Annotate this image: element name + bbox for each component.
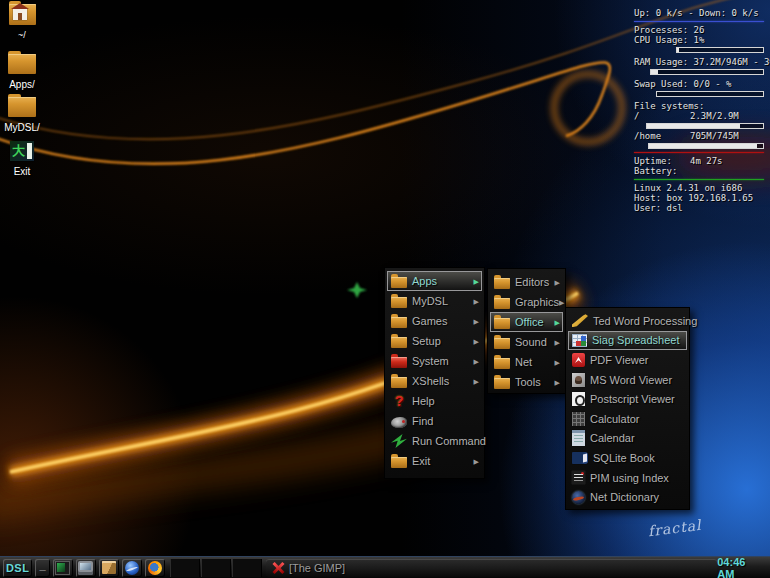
- task-button-gimp[interactable]: [The GIMP]: [266, 559, 717, 577]
- monitor-value: 2.3M/2.9M: [690, 111, 739, 121]
- launcher-monitor[interactable]: [76, 559, 96, 577]
- menu-item-tools[interactable]: Tools: [490, 372, 563, 392]
- submenu-arrow-icon: [474, 338, 479, 345]
- menu-item-ms-word-viewer[interactable]: MS Word Viewer: [568, 370, 687, 390]
- menu-item-run-command[interactable]: Run Command: [387, 431, 482, 451]
- dictionary-icon: [572, 491, 585, 504]
- desktop-icon-mydsl[interactable]: MyDSL/: [0, 97, 48, 133]
- menu-item-sound[interactable]: Sound: [490, 332, 563, 352]
- msword-icon: [572, 373, 585, 387]
- monitor-rule: [634, 179, 764, 180]
- root-menu: AppsMyDSLGamesSetupSystemXShellsHelpFind…: [384, 267, 485, 479]
- bar-fill: [651, 70, 658, 74]
- launcher-firefox[interactable]: [145, 559, 165, 577]
- menu-item-system[interactable]: System: [387, 351, 482, 371]
- menu-item-calendar[interactable]: Calendar: [568, 429, 687, 449]
- menu-item-net-dictionary[interactable]: Net Dictionary: [568, 487, 687, 507]
- terminal-icon: [55, 561, 70, 575]
- submenu-arrow-icon: [555, 319, 560, 326]
- menu-item-label: Setup: [412, 335, 441, 347]
- folder-icon: [494, 278, 510, 289]
- monitor-icon: [78, 561, 93, 575]
- clock: 04:46 AM: [717, 556, 770, 578]
- globe-blue-icon: [125, 561, 139, 575]
- menu-item-label: Games: [412, 315, 447, 327]
- menu-item-graphics[interactable]: Graphics: [490, 292, 563, 312]
- folder-icon: [494, 318, 510, 329]
- folder-icon: [494, 338, 510, 349]
- menu-item-label: Calculator: [590, 413, 640, 425]
- show-desktop-button[interactable]: _: [35, 559, 50, 577]
- submenu-arrow-icon: [559, 299, 564, 306]
- folder-icon: [8, 54, 36, 74]
- pdf-icon: [572, 353, 585, 367]
- menu-item-label: Net: [515, 356, 532, 368]
- menu-item-office[interactable]: Office: [490, 312, 563, 332]
- menu-item-find[interactable]: Find: [387, 411, 482, 431]
- house-icon: [13, 9, 27, 20]
- menu-item-label: Graphics: [515, 296, 559, 308]
- screen: fractal ~/ Apps/ MyDSL/ Exit Up: 0 k/s -…: [0, 0, 770, 578]
- root-fs-bar: [646, 123, 764, 129]
- menu-item-siag-spreadsheet[interactable]: Siag Spreadsheet: [568, 331, 687, 351]
- siag-icon: [572, 334, 587, 347]
- menu-item-xshells[interactable]: XShells: [387, 371, 482, 391]
- submenu-arrow-icon: [555, 359, 560, 366]
- desktop-icon-label: Apps/: [0, 79, 48, 90]
- menu-item-label: MS Word Viewer: [590, 374, 672, 386]
- menu-item-postscript-viewer[interactable]: Postscript Viewer: [568, 389, 687, 409]
- menu-item-exit[interactable]: Exit: [387, 451, 482, 471]
- monitor-text: Linux 2.4.31 on i686: [634, 183, 764, 193]
- exit-icon: [10, 141, 34, 161]
- taskbar: DSL _ [The GIMP] 04:46 AM: [0, 556, 770, 578]
- menu-item-help[interactable]: Help: [387, 391, 482, 411]
- submenu-arrow-icon: [555, 379, 560, 386]
- home-folder-icon: [9, 4, 36, 25]
- menu-item-sqlite-book[interactable]: SQLite Book: [568, 448, 687, 468]
- dsl-menu-button[interactable]: DSL: [3, 559, 32, 577]
- pim-icon: [572, 471, 585, 484]
- desktop-wallpaper[interactable]: fractal ~/ Apps/ MyDSL/ Exit Up: 0 k/s -…: [0, 0, 770, 556]
- monitor-pair: /home705M/745M: [634, 131, 764, 141]
- firefox-icon: [148, 561, 162, 575]
- monitor-label: /: [634, 111, 690, 121]
- menu-item-net[interactable]: Net: [490, 352, 563, 372]
- monitor-value: 705M/745M: [690, 131, 739, 141]
- menu-item-setup[interactable]: Setup: [387, 331, 482, 351]
- menu-item-label: Ted Word Processing: [593, 315, 697, 327]
- menu-item-editors[interactable]: Editors: [490, 272, 563, 292]
- menu-item-label: Help: [412, 395, 435, 407]
- submenu-arrow-icon: [555, 279, 560, 286]
- wallpaper-signature: fractal: [647, 517, 702, 539]
- desktop-icon-exit[interactable]: Exit: [0, 141, 48, 177]
- bar-fill: [677, 48, 679, 52]
- menu-item-mydsl[interactable]: MyDSL: [387, 291, 482, 311]
- menu-item-apps[interactable]: Apps: [387, 271, 482, 291]
- swap-bar: [656, 91, 764, 97]
- monitor-text: Swap Used: 0/0 - %: [634, 79, 764, 89]
- calendar-icon: [572, 430, 585, 446]
- apps-submenu: EditorsGraphicsOfficeSoundNetTools: [487, 268, 566, 394]
- monitor-pair: Uptime:4m 27s: [634, 156, 764, 166]
- menu-item-label: Siag Spreadsheet: [592, 334, 679, 346]
- menu-item-calculator[interactable]: Calculator: [568, 409, 687, 429]
- desktop-icon-home[interactable]: ~/: [0, 4, 48, 40]
- desktop-icon-apps[interactable]: Apps/: [0, 54, 48, 90]
- menu-item-label: Office: [515, 316, 544, 328]
- menu-item-label: Postscript Viewer: [590, 393, 675, 405]
- ted-icon: [572, 314, 588, 327]
- menu-item-label: PIM using Index: [590, 472, 669, 484]
- launcher-globe-blue[interactable]: [122, 559, 142, 577]
- launcher-package[interactable]: [99, 559, 119, 577]
- menu-item-games[interactable]: Games: [387, 311, 482, 331]
- launcher-terminal[interactable]: [53, 559, 73, 577]
- menu-item-label: Apps: [412, 275, 437, 287]
- empty-task-slot: [201, 559, 231, 577]
- menu-item-label: Editors: [515, 276, 549, 288]
- menu-item-pdf-viewer[interactable]: PDF Viewer: [568, 350, 687, 370]
- menu-item-pim-using-index[interactable]: PIM using Index: [568, 468, 687, 488]
- menu-item-label: Calendar: [590, 432, 635, 444]
- menu-item-ted-word-processing[interactable]: Ted Word Processing: [568, 311, 687, 331]
- help-icon: [391, 395, 407, 408]
- empty-slot-area: [169, 559, 262, 577]
